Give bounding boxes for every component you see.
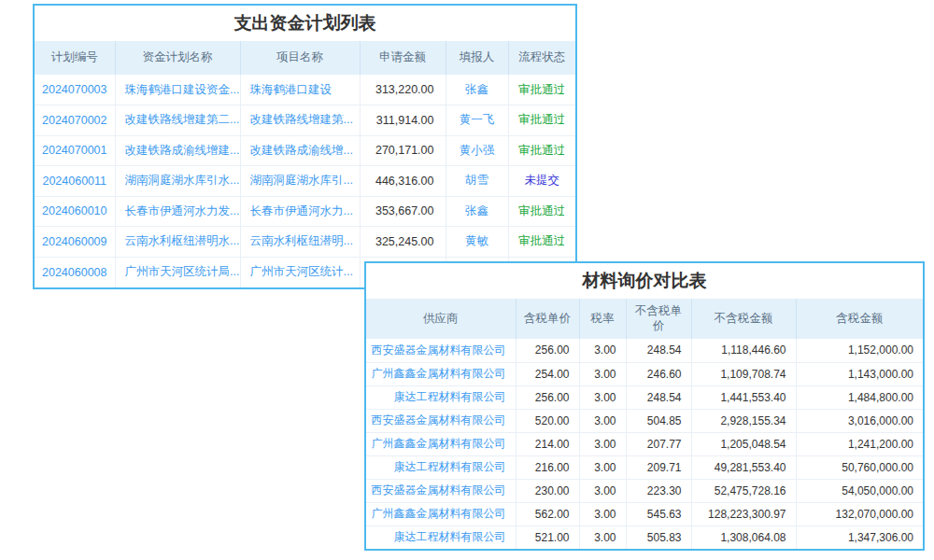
reporter-link[interactable]: 黄小强	[446, 135, 508, 166]
apply-amount-value: 353,667.00	[360, 196, 446, 227]
plan-id-link[interactable]: 2024060009	[35, 227, 115, 258]
supplier-link[interactable]: 广州鑫鑫金属材料有限公司	[366, 502, 516, 525]
col-reporter: 填报人	[446, 41, 508, 75]
material-inquiry-title: 材料询价对比表	[366, 263, 923, 299]
project-name-link[interactable]: 广州市天河区统计...	[240, 257, 360, 287]
notax-unit-price-value: 207.77	[626, 432, 691, 455]
tax-rate-value: 3.00	[579, 479, 626, 502]
notax-unit-price-value: 248.54	[626, 339, 691, 362]
fund-plan-name-link[interactable]: 改建铁路线增建第二...	[115, 105, 240, 136]
tax-amount-value: 1,152,000.00	[796, 339, 923, 362]
reporter-link[interactable]: 黄一飞	[446, 105, 508, 136]
flow-status-label[interactable]: 审批通过	[508, 75, 575, 105]
col-plan-id: 计划编号	[35, 41, 115, 75]
reporter-link[interactable]: 张鑫	[446, 196, 508, 227]
project-name-link[interactable]: 改建铁路线增建第...	[240, 105, 360, 136]
project-name-link[interactable]: 珠海鹤港口建设	[240, 75, 360, 105]
supplier-link[interactable]: 西安盛器金属材料有限公司	[366, 409, 516, 432]
project-name-link[interactable]: 改建铁路成渝线增...	[240, 135, 360, 166]
plan-id-link[interactable]: 2024070001	[35, 135, 115, 166]
notax-amount-value: 1,118,446.60	[691, 339, 796, 362]
reporter-link[interactable]: 张鑫	[446, 75, 508, 105]
notax-amount-value: 128,223,300.97	[691, 502, 796, 525]
expense-fund-plan-title: 支出资金计划列表	[35, 6, 575, 41]
inquiry-row: 西安盛器金属材料有限公司520.003.00504.852,928,155.34…	[366, 409, 923, 432]
inquiry-row: 西安盛器金属材料有限公司256.003.00248.541,118,446.60…	[366, 339, 923, 362]
apply-amount-value: 325,245.00	[360, 227, 446, 258]
flow-status-label[interactable]: 审批通过	[508, 105, 575, 136]
flow-status-label[interactable]: 审批通过	[508, 196, 575, 227]
tax-rate-value: 3.00	[579, 385, 626, 409]
expense-plan-row: 2024070001改建铁路成渝线增建...改建铁路成渝线增...270,171…	[35, 135, 575, 166]
col-flow-status: 流程状态	[508, 41, 575, 75]
notax-unit-price-value: 505.83	[626, 525, 691, 549]
col-apply-amount: 申请金额	[360, 41, 446, 75]
flow-status-label[interactable]: 未提交	[508, 166, 575, 197]
tax-rate-value: 3.00	[579, 455, 626, 479]
expense-fund-plan-table: 计划编号资金计划名称项目名称申请金额填报人流程状态 2024070003珠海鹤港…	[35, 41, 575, 287]
supplier-link[interactable]: 广州鑫鑫金属材料有限公司	[366, 432, 516, 455]
expense-plan-row: 2024060009云南水利枢纽潜明水...云南水利枢纽潜明...325,245…	[35, 227, 575, 258]
tax-rate-value: 3.00	[579, 525, 626, 549]
flow-status-label[interactable]: 审批通过	[508, 227, 575, 258]
inquiry-row: 广州鑫鑫金属材料有限公司254.003.00246.601,109,708.74…	[366, 362, 923, 385]
notax-amount-value: 52,475,728.16	[691, 479, 796, 502]
fund-plan-name-link[interactable]: 长春市伊通河水力发...	[115, 196, 240, 227]
supplier-link[interactable]: 广州鑫鑫金属材料有限公司	[366, 362, 516, 385]
tax-rate-value: 3.00	[579, 339, 626, 362]
project-name-link[interactable]: 长春市伊通河水力...	[240, 196, 360, 227]
inquiry-row: 广州鑫鑫金属材料有限公司562.003.00545.63128,223,300.…	[366, 502, 923, 525]
supplier-link[interactable]: 康达工程材料有限公司	[366, 525, 516, 549]
fund-plan-name-link[interactable]: 改建铁路成渝线增建...	[115, 135, 240, 166]
tax-amount-value: 1,347,306.00	[796, 525, 923, 549]
apply-amount-value: 270,171.00	[360, 135, 446, 166]
plan-id-link[interactable]: 2024060008	[35, 257, 115, 287]
apply-amount-value: 446,316.00	[360, 166, 446, 197]
plan-id-link[interactable]: 2024070002	[35, 105, 115, 136]
fund-plan-name-link[interactable]: 珠海鹤港口建设资金...	[115, 75, 240, 105]
tax-unit-price-value: 230.00	[516, 479, 579, 502]
project-name-link[interactable]: 湖南洞庭湖水库引...	[240, 166, 360, 197]
project-name-link[interactable]: 云南水利枢纽潜明...	[240, 227, 360, 258]
inquiry-row: 广州鑫鑫金属材料有限公司214.003.00207.771,205,048.54…	[366, 432, 923, 455]
material-inquiry-body: 西安盛器金属材料有限公司256.003.00248.541,118,446.60…	[366, 339, 923, 549]
col-tax-rate: 税率	[579, 299, 626, 339]
fund-plan-name-link[interactable]: 广州市天河区统计局...	[115, 257, 240, 287]
expense-plan-row: 2024060011湖南洞庭湖水库引水...湖南洞庭湖水库引...446,316…	[35, 166, 575, 197]
expense-plan-row: 2024060010长春市伊通河水力发...长春市伊通河水力...353,667…	[35, 196, 575, 227]
tax-rate-value: 3.00	[579, 502, 626, 525]
fund-plan-name-link[interactable]: 湖南洞庭湖水库引水...	[115, 166, 240, 197]
tax-unit-price-value: 521.00	[516, 525, 579, 549]
flow-status-label[interactable]: 审批通过	[508, 135, 575, 166]
tax-rate-value: 3.00	[579, 432, 626, 455]
tax-unit-price-value: 214.00	[516, 432, 579, 455]
notax-unit-price-value: 246.60	[626, 362, 691, 385]
plan-id-link[interactable]: 2024070003	[35, 75, 115, 105]
tax-amount-value: 1,241,200.00	[796, 432, 923, 455]
tax-amount-value: 1,484,800.00	[796, 385, 923, 409]
reporter-link[interactable]: 黄敏	[446, 227, 508, 258]
supplier-link[interactable]: 西安盛器金属材料有限公司	[366, 339, 516, 362]
supplier-link[interactable]: 康达工程材料有限公司	[366, 385, 516, 409]
reporter-link[interactable]: 胡雪	[446, 166, 508, 197]
supplier-link[interactable]: 西安盛器金属材料有限公司	[366, 479, 516, 502]
inquiry-row: 西安盛器金属材料有限公司230.003.00223.3052,475,728.1…	[366, 479, 923, 502]
notax-unit-price-value: 248.54	[626, 385, 691, 409]
tax-rate-value: 3.00	[579, 409, 626, 432]
supplier-link[interactable]: 康达工程材料有限公司	[366, 455, 516, 479]
tax-amount-value: 54,050,000.00	[796, 479, 923, 502]
notax-amount-value: 1,308,064.08	[691, 525, 796, 549]
col-notax-unit-price: 不含税单价	[626, 299, 691, 339]
fund-plan-name-link[interactable]: 云南水利枢纽潜明水...	[115, 227, 240, 258]
plan-id-link[interactable]: 2024060011	[35, 166, 115, 197]
tax-amount-value: 3,016,000.00	[796, 409, 923, 432]
expense-fund-plan-panel: 支出资金计划列表 计划编号资金计划名称项目名称申请金额填报人流程状态 20240…	[33, 4, 577, 289]
tax-unit-price-value: 520.00	[516, 409, 579, 432]
expense-plan-row: 2024070002改建铁路线增建第二...改建铁路线增建第...311,914…	[35, 105, 575, 136]
col-notax-amount: 不含税金额	[691, 299, 796, 339]
notax-amount-value: 1,205,048.54	[691, 432, 796, 455]
notax-unit-price-value: 545.63	[626, 502, 691, 525]
tax-unit-price-value: 562.00	[516, 502, 579, 525]
tax-unit-price-value: 256.00	[516, 339, 579, 362]
plan-id-link[interactable]: 2024060010	[35, 196, 115, 227]
